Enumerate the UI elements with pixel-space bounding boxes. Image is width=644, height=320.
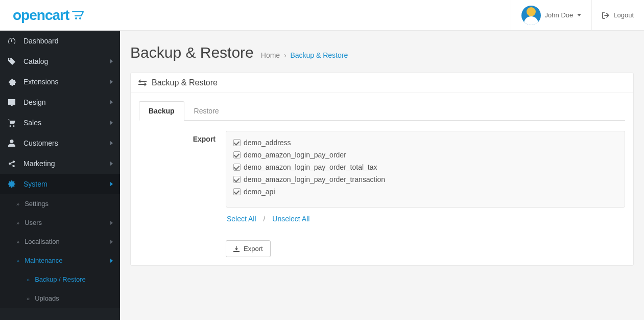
checkbox-checked-icon[interactable] — [233, 176, 241, 183]
avatar — [521, 6, 541, 25]
exchange-icon — [138, 79, 147, 86]
tab-restore[interactable]: Restore — [184, 101, 229, 121]
nav-label: Maintenance — [25, 257, 62, 264]
gear-icon — [7, 180, 16, 188]
angle-right-icon: » — [16, 201, 19, 207]
cart-icon — [72, 11, 87, 20]
nav-users[interactable]: » Users — [0, 213, 120, 232]
checkbox-checked-icon[interactable] — [233, 164, 241, 171]
svg-point-1 — [79, 17, 81, 19]
logo[interactable]: opencart — [0, 7, 120, 24]
panel: Backup & Restore Backup Restore Export d… — [130, 73, 634, 266]
angle-right-icon: » — [16, 258, 19, 264]
nav-label: System — [23, 180, 47, 188]
angle-right-icon: » — [16, 239, 19, 245]
header-right: John Doe Logout — [511, 0, 644, 30]
angle-right-icon: » — [27, 277, 30, 283]
breadcrumb: Home › Backup & Restore — [261, 51, 348, 59]
nav-maintenance[interactable]: » Maintenance — [0, 251, 120, 270]
export-button[interactable]: Export — [226, 240, 271, 257]
nav-label: Extensions — [23, 78, 58, 86]
nav-label: Uploads — [35, 294, 59, 302]
username: John Doe — [545, 11, 574, 19]
svg-point-0 — [75, 17, 77, 19]
nav-label: Catalog — [23, 57, 48, 65]
export-label: Export — [139, 131, 216, 230]
export-button-label: Export — [244, 245, 263, 253]
tab-backup[interactable]: Backup — [139, 101, 184, 121]
spacer — [139, 240, 216, 257]
nav-design[interactable]: Design — [0, 92, 120, 112]
table-row[interactable]: demo_amazon_login_pay_order_transaction — [233, 173, 617, 186]
select-all-link[interactable]: Select All — [227, 215, 256, 223]
nav-label: Settings — [25, 200, 49, 208]
nav-extensions[interactable]: Extensions — [0, 72, 120, 92]
user-menu[interactable]: John Doe — [511, 0, 592, 30]
table-name: demo_amazon_login_pay_order_total_tax — [244, 163, 377, 171]
table-name: demo_amazon_login_pay_order — [244, 151, 346, 159]
panel-body: Backup Restore Export demo_address — [131, 93, 633, 265]
nav-label: Customers — [23, 139, 58, 147]
page-title: Backup & Restore — [130, 44, 254, 61]
table-name: demo_api — [244, 188, 275, 196]
panel-title: Backup & Restore — [152, 78, 218, 87]
nav-label: Dashboard — [23, 37, 59, 45]
nav-backup-restore[interactable]: » Backup / Restore — [0, 270, 120, 289]
page-header: Backup & Restore Home › Backup & Restore — [130, 40, 634, 73]
angle-right-icon: » — [27, 295, 30, 302]
nav-label: Sales — [23, 119, 41, 127]
tabs: Backup Restore — [139, 101, 625, 121]
logo-text: opencart — [13, 7, 69, 24]
separator: / — [258, 215, 270, 223]
checkbox-checked-icon[interactable] — [233, 139, 241, 146]
dashboard-icon — [7, 37, 16, 45]
form-row-export: Export demo_address demo_amazon_login_pa… — [139, 121, 625, 230]
nav-label: Backup / Restore — [35, 276, 86, 283]
nav-system[interactable]: System — [0, 174, 120, 194]
table-row[interactable]: demo_address — [233, 136, 617, 149]
logout-label: Logout — [613, 11, 634, 19]
table-row[interactable]: demo_amazon_login_pay_order_total_tax — [233, 161, 617, 173]
tables-well[interactable]: demo_address demo_amazon_login_pay_order… — [226, 131, 625, 208]
angle-right-icon: » — [16, 220, 19, 226]
table-name: demo_amazon_login_pay_order_transaction — [244, 175, 385, 184]
tag-icon — [7, 57, 16, 65]
share-icon — [7, 159, 16, 168]
nav-marketing[interactable]: Marketing — [0, 153, 120, 174]
sidebar: Dashboard Catalog Extensions Design Sale — [0, 31, 120, 320]
nav-label: Localisation — [25, 238, 60, 245]
nav-label: Design — [23, 98, 46, 106]
breadcrumb-current[interactable]: Backup & Restore — [290, 51, 348, 59]
table-name: demo_address — [244, 139, 291, 147]
nav-customers[interactable]: Customers — [0, 133, 120, 153]
checkbox-checked-icon[interactable] — [233, 151, 241, 158]
content: Backup & Restore Home › Backup & Restore… — [120, 31, 644, 320]
table-row[interactable]: demo_amazon_login_pay_order — [233, 149, 617, 161]
nav-dashboard[interactable]: Dashboard — [0, 31, 120, 51]
nav-sales[interactable]: Sales — [0, 112, 120, 133]
form-row-button: Export — [139, 230, 625, 257]
app-header: opencart John Doe Logout — [0, 0, 644, 31]
nav-settings[interactable]: » Settings — [0, 194, 120, 213]
nav-label: Marketing — [23, 159, 55, 168]
nav-system-sub: » Settings » Users » Localisation » Main… — [0, 194, 120, 308]
desktop-icon — [7, 98, 16, 106]
puzzle-icon — [7, 78, 16, 86]
nav-localisation[interactable]: » Localisation — [0, 232, 120, 251]
unselect-all-link[interactable]: Unselect All — [272, 215, 309, 223]
cart-icon — [7, 119, 16, 127]
chevron-down-icon — [577, 14, 581, 16]
user-icon — [7, 139, 16, 147]
breadcrumb-home[interactable]: Home — [261, 51, 280, 59]
nav-catalog[interactable]: Catalog — [0, 51, 120, 72]
download-icon — [233, 246, 240, 252]
select-links: Select All / Unselect All — [226, 208, 625, 230]
sign-out-icon — [602, 12, 609, 19]
checkbox-checked-icon[interactable] — [233, 188, 241, 195]
table-row[interactable]: demo_api — [233, 186, 617, 198]
panel-heading: Backup & Restore — [131, 73, 633, 93]
nav-uploads[interactable]: » Uploads — [0, 289, 120, 308]
logout-button[interactable]: Logout — [591, 0, 644, 30]
export-field: demo_address demo_amazon_login_pay_order… — [226, 131, 625, 230]
nav-label: Users — [25, 219, 42, 226]
